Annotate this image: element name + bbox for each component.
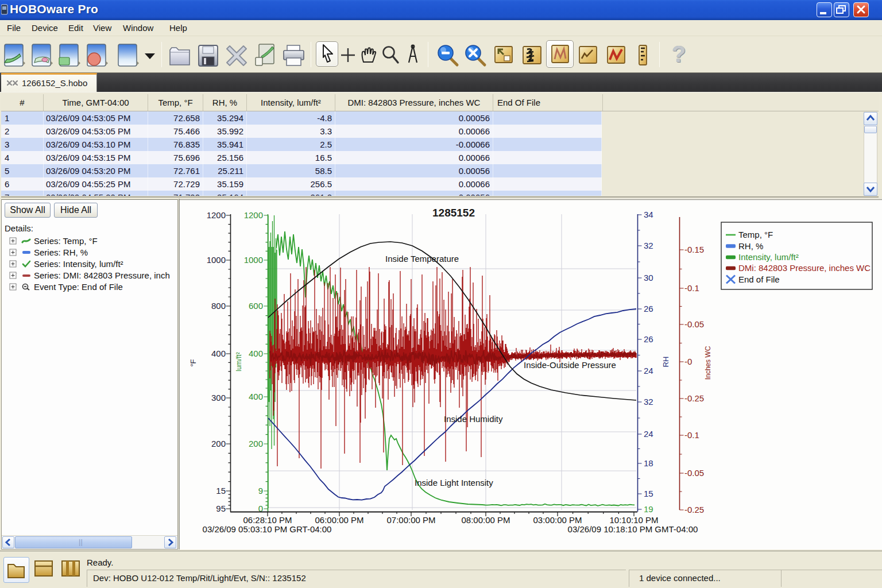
svg-text:Inside-Outside Pressure: Inside-Outside Pressure <box>524 360 616 370</box>
svg-text:Inside Humidity: Inside Humidity <box>444 414 503 424</box>
svg-text:32: 32 <box>644 241 653 250</box>
svg-text:24: 24 <box>644 429 653 439</box>
svg-text:15: 15 <box>644 489 653 498</box>
svg-text:1000: 1000 <box>207 255 226 265</box>
svg-text:26: 26 <box>644 304 653 314</box>
svg-text:Intensity, lum/ft²: Intensity, lum/ft² <box>738 252 799 262</box>
svg-text:15: 15 <box>216 486 226 496</box>
svg-text:200: 200 <box>249 439 263 448</box>
svg-text:19: 19 <box>644 504 653 514</box>
svg-text:18: 18 <box>644 458 653 468</box>
svg-text:34: 34 <box>644 210 653 219</box>
svg-text:1200: 1200 <box>207 210 226 220</box>
svg-text:03:00:00 PM: 03:00:00 PM <box>533 515 582 525</box>
svg-text:1285152: 1285152 <box>432 207 475 219</box>
svg-text:26: 26 <box>644 334 653 344</box>
svg-text:95: 95 <box>216 504 226 513</box>
svg-text:DMi: 842803 Pressure, inches W: DMi: 842803 Pressure, inches WC <box>738 263 871 273</box>
svg-text:03/26/09 10:18:10 PM GMT-04:00: 03/26/09 10:18:10 PM GMT-04:00 <box>568 524 698 534</box>
svg-text:-0.15: -0.15 <box>684 245 704 254</box>
svg-text:400: 400 <box>249 392 263 401</box>
svg-text:-0.25: -0.25 <box>684 505 704 514</box>
svg-text:400: 400 <box>211 349 226 358</box>
svg-text:Inside Light Intensity: Inside Light Intensity <box>415 478 493 488</box>
svg-text:-0.1: -0.1 <box>684 283 699 293</box>
svg-text:RH, %: RH, % <box>738 241 763 251</box>
svg-text:-0.05: -0.05 <box>684 319 704 329</box>
svg-text:9: 9 <box>258 486 263 496</box>
svg-text:-0.25: -0.25 <box>684 393 704 403</box>
svg-text:-0.05: -0.05 <box>684 468 704 478</box>
svg-text:lum/ft²: lum/ft² <box>235 352 243 371</box>
svg-text:07:00:00 PM: 07:00:00 PM <box>386 515 435 525</box>
svg-text:30: 30 <box>644 273 653 283</box>
svg-text:RH: RH <box>662 357 670 368</box>
svg-text:1000: 1000 <box>244 255 263 265</box>
svg-text:08:00:00 PM: 08:00:00 PM <box>461 515 510 525</box>
svg-text:32: 32 <box>644 397 653 407</box>
svg-text:06:00:00 PM: 06:00:00 PM <box>315 515 363 525</box>
svg-text:400: 400 <box>249 349 263 358</box>
svg-text:10:10:10 PM: 10:10:10 PM <box>609 515 658 525</box>
svg-text:-0.1: -0.1 <box>684 430 699 440</box>
svg-text:End of File: End of File <box>738 274 780 284</box>
svg-text:800: 800 <box>211 301 226 311</box>
svg-text:Inside Temperature: Inside Temperature <box>385 254 459 264</box>
svg-text:Inches WC: Inches WC <box>704 346 712 380</box>
svg-text:Temp, °F: Temp, °F <box>738 230 773 239</box>
svg-text:06:28:10 PM: 06:28:10 PM <box>243 515 292 525</box>
svg-text:600: 600 <box>249 301 263 311</box>
svg-text:03/26/09 05:03:10 PM GRT-04:00: 03/26/09 05:03:10 PM GRT-04:00 <box>203 524 332 534</box>
svg-text:°F: °F <box>189 359 198 366</box>
svg-text:300: 300 <box>211 393 226 403</box>
svg-text:24: 24 <box>644 366 653 376</box>
svg-text:200: 200 <box>211 439 226 448</box>
svg-text:1200: 1200 <box>244 210 263 220</box>
svg-text:-0: -0 <box>684 357 692 366</box>
